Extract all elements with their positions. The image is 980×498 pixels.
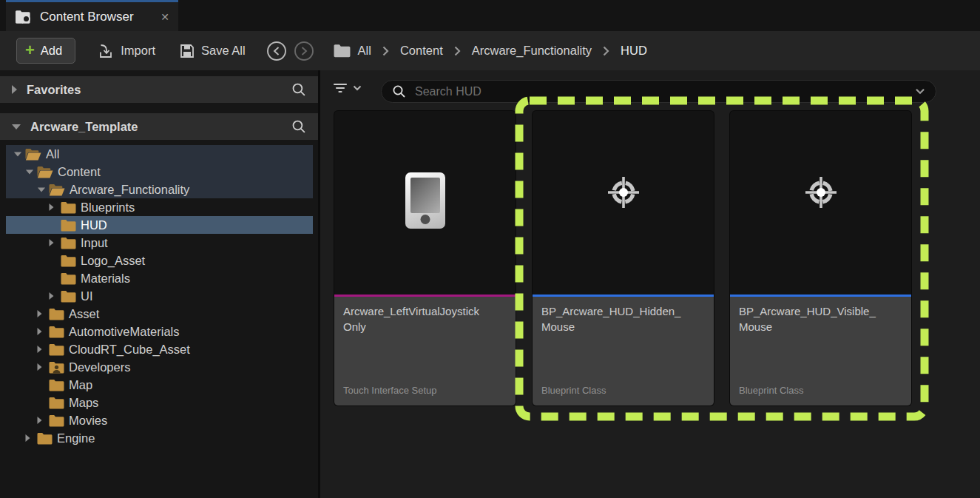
asset-info: BP_Arcware_HUD_Hidden_ Mouse Blueprint C…	[533, 297, 714, 406]
folder-tree: All Content Arcware_Functionality Bluepr…	[6, 145, 313, 447]
breadcrumb-item[interactable]: Arcware_Functionality	[472, 44, 592, 58]
folder-icon	[25, 148, 41, 161]
asset-type-label: Touch Interface Setup	[343, 385, 436, 396]
folder-icon	[61, 219, 76, 232]
search-options-chevron-icon[interactable]	[915, 88, 925, 95]
tree-item-asset[interactable]: Asset	[6, 305, 313, 323]
asset-card[interactable]: BP_Arcware_HUD_Visible_ Mouse Blueprint …	[730, 111, 911, 406]
tree-item-blueprints[interactable]: Blueprints	[6, 198, 313, 216]
tree-expand-arrow[interactable]	[37, 327, 47, 336]
hud-monitor-target-icon	[585, 166, 662, 234]
tree-item-engine[interactable]: Engine	[6, 429, 313, 447]
tree-item-content[interactable]: Content	[6, 163, 313, 181]
tree-item-maps[interactable]: Maps	[6, 394, 313, 411]
tree-item-arcware_functionality[interactable]: Arcware_Functionality	[6, 181, 313, 198]
tree-expand-arrow[interactable]	[37, 416, 47, 425]
asset-thumbnail	[334, 111, 516, 295]
tree-item-ui[interactable]: UI	[6, 287, 313, 305]
breadcrumb-item[interactable]: HUD	[621, 44, 647, 58]
breadcrumb: AllContentArcware_FunctionalityHUD	[358, 44, 647, 58]
tree-item-cloudrt_cube_asset[interactable]: CloudRT_Cube_Asset	[6, 340, 313, 358]
folder-icon	[37, 166, 53, 178]
folder-icon	[61, 201, 76, 214]
plus-icon: +	[25, 42, 35, 58]
toolbar: + Add Import Save All AllContentArcware_…	[0, 31, 980, 70]
tree-item-all[interactable]: All	[6, 145, 313, 163]
filter-button[interactable]	[333, 82, 362, 94]
folder-icon	[61, 272, 76, 285]
search-icon[interactable]	[291, 82, 306, 97]
tree-expand-arrow[interactable]	[37, 345, 47, 354]
favorites-section-header[interactable]: Favorites	[0, 76, 318, 103]
close-icon[interactable]: ✕	[160, 11, 169, 23]
import-icon	[97, 43, 115, 59]
asset-card[interactable]: Arcware_LeftVirtualJoystick Only Touch I…	[334, 111, 516, 406]
folder-icon	[49, 361, 64, 374]
tab-title: Content Browser	[40, 10, 134, 24]
asset-card[interactable]: BP_Arcware_HUD_Hidden_ Mouse Blueprint C…	[533, 111, 714, 406]
tree-expand-arrow[interactable]	[37, 363, 47, 371]
asset-type-label: Blueprint Class	[541, 385, 606, 396]
breadcrumb-item[interactable]: All	[358, 44, 371, 58]
folder-icon	[49, 379, 64, 391]
tree-item-logo_asset[interactable]: Logo_Asset	[6, 252, 313, 269]
folder-icon	[49, 343, 64, 356]
sidebar: Favorites Arcware_Template All Content A…	[0, 70, 320, 498]
tree-expand-arrow[interactable]	[49, 292, 59, 300]
tree-item-movies[interactable]: Movies	[6, 411, 313, 429]
breadcrumb-chevron-icon	[382, 46, 389, 56]
tree-item-developers[interactable]: Developers	[6, 358, 313, 376]
tree-expand-arrow[interactable]	[13, 152, 24, 157]
touch-interface-icon	[405, 172, 445, 229]
forward-button[interactable]	[294, 41, 314, 61]
tree-expand-arrow[interactable]	[37, 187, 47, 192]
asset-type-label: Blueprint Class	[739, 385, 803, 396]
breadcrumb-folder-icon	[334, 44, 351, 58]
search-bar[interactable]	[381, 80, 936, 103]
add-button[interactable]: + Add	[16, 38, 75, 64]
folder-icon	[61, 255, 76, 267]
save-icon	[179, 43, 195, 59]
search-input[interactable]	[413, 84, 915, 99]
tree-expand-arrow[interactable]	[37, 309, 47, 318]
breadcrumb-chevron-icon	[603, 46, 609, 56]
tree-item-materials[interactable]: Materials	[6, 269, 313, 287]
tree-expand-arrow[interactable]	[49, 238, 59, 247]
asset-info: BP_Arcware_HUD_Visible_ Mouse Blueprint …	[730, 297, 911, 406]
collapse-arrow-icon	[12, 85, 17, 94]
folder-icon	[61, 290, 76, 303]
tree-item-automotivematerials[interactable]: AutomotiveMaterials	[6, 323, 313, 340]
chevron-down-icon	[353, 85, 362, 91]
expand-arrow-icon	[12, 124, 21, 129]
import-button[interactable]: Import	[97, 43, 155, 59]
filter-icon	[333, 82, 348, 94]
breadcrumb-item[interactable]: Content	[400, 44, 443, 58]
tree-item-input[interactable]: Input	[6, 234, 313, 252]
folder-icon	[49, 326, 64, 338]
folder-icon	[49, 397, 64, 409]
tree-item-map[interactable]: Map	[6, 376, 313, 394]
asset-title: BP_Arcware_HUD_Visible_ Mouse	[739, 303, 902, 334]
tree-expand-arrow[interactable]	[25, 434, 36, 443]
breadcrumb-chevron-icon	[454, 46, 461, 56]
asset-thumbnail	[533, 111, 714, 295]
tree-expand-arrow[interactable]	[49, 203, 59, 212]
content-browser-window: Content Browser ✕ + Add Import Save All	[0, 0, 980, 498]
asset-view: Arcware_LeftVirtualJoystick Only Touch I…	[320, 70, 980, 498]
back-button[interactable]	[266, 41, 287, 61]
tab-bar: Content Browser ✕	[0, 0, 980, 31]
folder-icon	[49, 308, 64, 320]
folder-icon	[49, 184, 65, 196]
tree-expand-arrow[interactable]	[25, 169, 36, 175]
content-browser-icon	[15, 10, 33, 24]
collection-section-header[interactable]: Arcware_Template	[0, 113, 318, 140]
folder-icon	[61, 237, 76, 249]
folder-icon	[49, 414, 64, 427]
asset-title: BP_Arcware_HUD_Hidden_ Mouse	[541, 303, 705, 334]
tree-item-hud[interactable]: HUD	[6, 216, 313, 234]
tab-content-browser[interactable]: Content Browser ✕	[6, 0, 178, 31]
save-all-button[interactable]: Save All	[179, 43, 246, 59]
hud-monitor-target-icon	[783, 166, 859, 234]
search-icon[interactable]	[291, 119, 306, 134]
asset-info: Arcware_LeftVirtualJoystick Only Touch I…	[334, 297, 516, 406]
